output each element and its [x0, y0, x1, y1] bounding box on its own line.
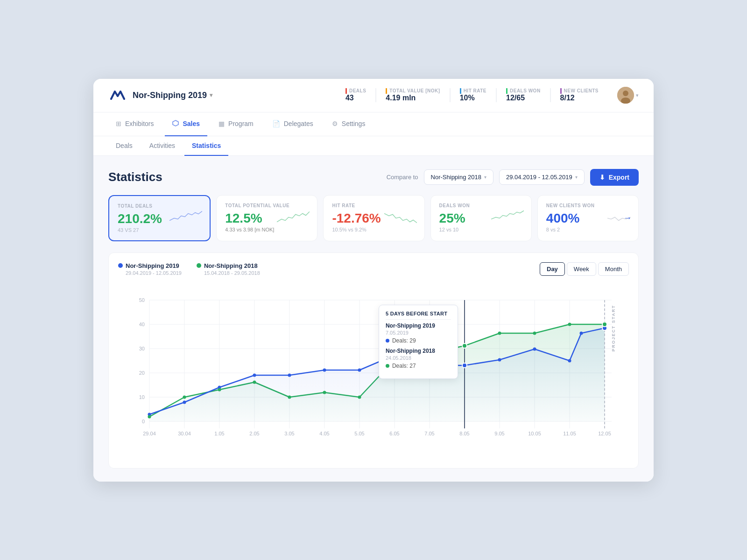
data-dot-green: [358, 395, 361, 399]
svg-text:6.05: 6.05: [389, 431, 399, 436]
header-stat-deals: DEALS 43: [336, 88, 375, 102]
stat-card-total-deals: TOTAL DEALS 210.2% 43 VS 27: [108, 195, 211, 241]
date-dropdown-value: 29.04.2019 - 12.05.2019: [506, 174, 572, 181]
content-header: Statistics Compare to Nor-Shipping 2018 …: [108, 169, 639, 186]
tooltip-title: 5 DAYS BEFORE START: [386, 311, 451, 320]
chart-btn-month[interactable]: Month: [598, 262, 629, 276]
header: Nor-Shipping 2019 ▾ DEALS 43 TOTAL VALUE…: [93, 79, 654, 112]
total-deals-label: TOTAL DEALS: [118, 203, 201, 209]
tooltip-section1-deals: Deals: 29: [386, 337, 451, 344]
chart-svg: 50 40 30 20 10 0 29.04 30.04 1.05 2.05 3…: [118, 291, 629, 459]
new-clients-arrow: →: [623, 213, 632, 223]
new-clients-value: 8/12: [560, 94, 599, 102]
tab-program[interactable]: ▦ Program: [211, 112, 261, 136]
tab-delegates[interactable]: 📄 Delegates: [265, 112, 321, 136]
sub-tab-activities[interactable]: Activities: [142, 136, 183, 156]
avatar: [617, 87, 634, 104]
deals-won-card-label: DEALS WON: [439, 203, 523, 208]
data-dot-green: [183, 395, 186, 399]
tab-settings[interactable]: ⚙ Settings: [324, 112, 373, 136]
export-button-label: Export: [609, 174, 629, 181]
exhibitors-icon: ⊞: [116, 120, 121, 127]
sub-tab-deals[interactable]: Deals: [108, 136, 140, 156]
stat-card-total-potential-value: TOTAL POTENTIAL VALUE 12.5% 4.33 vs 3.98…: [216, 195, 317, 241]
tooltip-section1-title: Nor-Shipping 2019: [386, 322, 451, 329]
avatar-area[interactable]: ▾: [617, 87, 639, 104]
logo-area: Nor-Shipping 2019 ▾: [108, 86, 212, 105]
data-dot-green: [498, 331, 501, 335]
total-potential-value-sub: 4.33 vs 3.98 [m NOK]: [225, 227, 309, 232]
logo-icon: [108, 86, 127, 105]
export-icon: ⬇: [599, 174, 605, 181]
data-dot-green: [288, 395, 291, 399]
legend-2018-label: Nor-Shipping 2018: [204, 262, 258, 269]
hit-rate-label: HIT RATE: [460, 88, 486, 94]
stat-card-hit-rate: HIT RATE -12.76% 10.5% vs 9.2%: [323, 195, 424, 241]
total-potential-sparkline: [277, 209, 310, 227]
stat-card-deals-won: DEALS WON 25% 12 vs 10: [430, 195, 532, 241]
tab-exhibitors[interactable]: ⊞ Exhibitors: [108, 112, 161, 136]
data-dot-blue: [253, 373, 256, 377]
hit-rate-card-label: HIT RATE: [332, 203, 416, 208]
chart-header: Nor-Shipping 2019 29.04.2019 - 12.05.201…: [118, 262, 629, 283]
svg-text:4.05: 4.05: [319, 431, 329, 436]
tooltip-section2-date: 24.05.2018: [386, 355, 451, 361]
data-dot-blue: [323, 368, 326, 371]
data-dot-green: [148, 415, 151, 418]
svg-text:11.05: 11.05: [563, 431, 576, 436]
tooltip-green-dot: [386, 364, 389, 368]
data-dot-green: [253, 380, 256, 384]
tab-program-label: Program: [228, 120, 254, 127]
controls-right: Compare to Nor-Shipping 2018 ▾ 29.04.201…: [387, 169, 639, 186]
chart-controls: Day Week Month: [540, 262, 629, 276]
compare-dropdown-arrow: ▾: [484, 175, 486, 180]
compare-label: Compare to: [387, 174, 418, 181]
sub-tab-statistics[interactable]: Statistics: [184, 136, 228, 156]
data-dot-blue: [580, 331, 583, 335]
app-title[interactable]: Nor-Shipping 2019 ▾: [133, 91, 212, 100]
legend-2019-date: 29.04.2019 - 12.05.2019: [126, 270, 182, 276]
compare-dropdown-value: Nor-Shipping 2018: [431, 174, 481, 181]
total-deals-sparkline: [169, 209, 202, 227]
tab-sales[interactable]: Sales: [165, 112, 207, 136]
date-dropdown[interactable]: 29.04.2019 - 12.05.2019 ▾: [499, 169, 585, 185]
legend-dot-blue: [118, 263, 123, 268]
svg-text:50: 50: [139, 297, 145, 303]
svg-text:9.05: 9.05: [494, 431, 504, 436]
header-stats: DEALS 43 TOTAL VALUE [NOK] 4.19 mln HIT …: [336, 88, 608, 102]
svg-text:29.04: 29.04: [143, 431, 156, 436]
svg-text:2.05: 2.05: [249, 431, 259, 436]
chart-btn-day[interactable]: Day: [540, 262, 565, 276]
deals-won-value: 12/65: [506, 94, 541, 102]
total-potential-value-label: TOTAL POTENTIAL VALUE: [225, 203, 309, 208]
data-dot-blue: [568, 359, 571, 362]
export-button[interactable]: ⬇ Export: [590, 169, 639, 186]
avatar-chevron: ▾: [636, 92, 639, 98]
stat-card-new-clients-won: NEW CLIENTS WON 400% 8 vs 2 →: [537, 195, 639, 241]
legend-2018-date: 15.04.2018 - 29.05.2018: [204, 270, 260, 276]
content: Statistics Compare to Nor-Shipping 2018 …: [93, 156, 654, 482]
project-start-label: PROJECT START: [611, 305, 616, 351]
nav-tabs: ⊞ Exhibitors Sales ▦ Program 📄 Delegates…: [93, 112, 654, 136]
tooltip-section2-deals: Deals: 27: [386, 363, 451, 369]
chart-svg-wrapper: 5 DAYS BEFORE START Nor-Shipping 2019 7.…: [118, 291, 629, 461]
tab-exhibitors-label: Exhibitors: [125, 120, 154, 127]
app-title-chevron: ▾: [210, 92, 212, 98]
data-dot-blue: [358, 368, 361, 371]
chart-btn-week[interactable]: Week: [567, 262, 596, 276]
tab-settings-label: Settings: [342, 120, 366, 127]
svg-text:0: 0: [142, 419, 145, 424]
hit-rate-sparkline: [384, 209, 417, 227]
chart-container: Nor-Shipping 2019 29.04.2019 - 12.05.201…: [108, 252, 639, 469]
svg-text:10.05: 10.05: [528, 431, 541, 436]
data-dot-green: [568, 322, 571, 326]
new-clients-won-label: NEW CLIENTS WON: [546, 203, 630, 208]
compare-dropdown[interactable]: Nor-Shipping 2018 ▾: [424, 169, 493, 185]
hit-rate-value: 10%: [460, 94, 486, 102]
tab-delegates-label: Delegates: [284, 120, 313, 127]
svg-text:8.05: 8.05: [459, 431, 469, 436]
data-dot-green: [463, 344, 466, 347]
svg-point-1: [623, 91, 628, 96]
tooltip-blue-dot: [386, 339, 389, 343]
page-title: Statistics: [108, 170, 162, 184]
